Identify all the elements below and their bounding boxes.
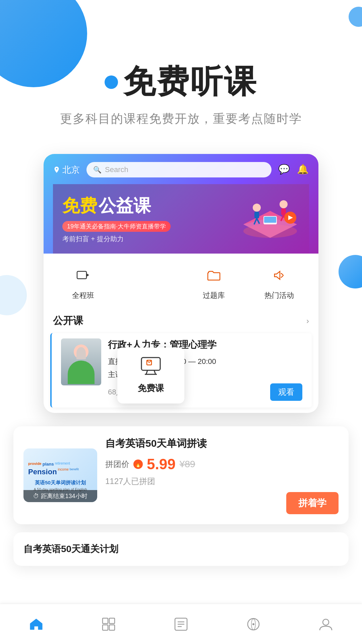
bottom-nav-questions[interactable]: [145, 616, 217, 632]
product-countdown: ⏱ 距离结束134小时: [23, 490, 97, 502]
product-title-2: 自考英语50天通关计划: [23, 543, 118, 555]
bottom-nav-courses[interactable]: [72, 616, 145, 632]
price-current: 5.99: [147, 456, 176, 473]
svg-point-7: [280, 200, 288, 208]
word-provide: provide: [28, 462, 42, 467]
product-section: provide plans retirement Pension income …: [0, 426, 362, 566]
banner-illustration: [237, 187, 304, 245]
folder-icon: [206, 268, 221, 283]
monitor-icon: [141, 357, 161, 375]
app-header-icons: 💬 🔔: [278, 164, 309, 176]
popup-label: 免费课: [138, 382, 164, 394]
profile-icon: [318, 616, 334, 632]
watch-button[interactable]: 观看: [270, 383, 302, 401]
app-card: 北京 🔍 Search 💬 🔔 免费 公益课 19年通关必备指南·大牛师资直播带…: [44, 154, 318, 413]
app-search-bar[interactable]: 🔍 Search: [86, 162, 272, 177]
bottom-nav-home[interactable]: [0, 616, 72, 632]
video-icon: [76, 268, 90, 283]
clock-icon: ⏱: [33, 493, 39, 499]
nav-label-question: 过题库: [203, 290, 225, 301]
message-icon[interactable]: 💬: [278, 164, 290, 176]
svg-rect-8: [281, 208, 286, 215]
hero-section: 免费听课 更多科目的课程免费开放，重要考点随时学: [0, 0, 362, 141]
svg-rect-27: [109, 625, 115, 630]
bottom-nav-discover[interactable]: [217, 616, 290, 632]
nav-item-questionbank[interactable]: 过题库: [181, 264, 246, 301]
svg-line-18: [146, 370, 147, 374]
product-info-1: 自考英语50天单词拼读 拼团价 🔥 5.99 ¥89 1127人已拼团 拼着学: [105, 436, 339, 514]
free-course-popup: 免费课: [117, 347, 184, 404]
bottom-navigation: [0, 604, 362, 644]
svg-rect-17: [141, 358, 160, 370]
hero-title-row: 免费听课: [0, 60, 362, 104]
product-card-1: provide plans retirement Pension income …: [13, 426, 349, 524]
bell-icon[interactable]: 🔔: [297, 164, 309, 176]
group-buy-button[interactable]: 拼着学: [286, 492, 339, 514]
svg-rect-25: [109, 618, 115, 624]
price-label: 拼团价: [105, 459, 129, 470]
grid-icon: [101, 616, 117, 632]
svg-rect-24: [103, 618, 108, 624]
app-location: 北京: [53, 164, 80, 176]
compass-icon: [245, 616, 261, 632]
list-icon: [173, 616, 189, 632]
section-more-btn[interactable]: ›: [306, 316, 309, 326]
banner-tag: 19年通关必备指南·大牛师资直播带学: [62, 221, 171, 232]
word-pension: Pension: [28, 468, 57, 476]
banner-main: 公益课: [99, 196, 151, 215]
nav-icon-activity: [267, 264, 291, 287]
word-plans: plans: [43, 462, 54, 467]
product-card-2: 自考英语50天通关计划: [13, 532, 349, 566]
price-row: 拼团价 🔥 5.99 ¥89: [105, 456, 339, 473]
bottom-nav-profile[interactable]: [290, 616, 362, 632]
hero-title: 免费听课: [123, 60, 257, 104]
section-title: 公开课: [53, 314, 83, 328]
word-income: income: [58, 468, 69, 476]
app-header-top: 北京 🔍 Search 💬 🔔: [53, 162, 309, 177]
svg-point-36: [323, 619, 329, 625]
svg-rect-15: [77, 271, 86, 279]
price-icon: 🔥: [133, 460, 143, 469]
location-text: 北京: [62, 164, 80, 176]
word-retirement: retirement: [55, 462, 70, 467]
hero-dot: [105, 75, 118, 89]
price-original: ¥89: [180, 459, 195, 470]
section-header: 公开课 ›: [44, 307, 318, 333]
app-banner: 免费 公益课 19年通关必备指南·大牛师资直播带学 考前扫盲 + 提分助力: [53, 184, 309, 254]
word-benefit: benefit: [70, 468, 79, 476]
popup-monitor-icon: [141, 357, 161, 379]
search-placeholder-text: Search: [105, 165, 128, 174]
megaphone-icon: [272, 268, 287, 283]
svg-rect-12: [264, 217, 276, 223]
search-icon: 🔍: [93, 166, 102, 174]
svg-rect-26: [103, 625, 108, 630]
group-count: 1127人已拼团: [105, 476, 339, 487]
svg-marker-16: [86, 273, 89, 277]
svg-point-3: [253, 204, 261, 212]
svg-point-33: [252, 623, 254, 625]
home-icon: [28, 616, 44, 632]
nav-icon-quancheng: [71, 264, 95, 287]
svg-line-19: [154, 370, 156, 374]
product-thumb-title: 英语50天单词拼读计划: [33, 480, 88, 486]
app-header: 北京 🔍 Search 💬 🔔 免费 公益课 19年通关必备指南·大牛师资直播带…: [44, 154, 318, 254]
product-thumbnail: provide plans retirement Pension income …: [23, 448, 97, 502]
app-card-wrapper: 北京 🔍 Search 💬 🔔 免费 公益课 19年通关必备指南·大牛师资直播带…: [0, 154, 362, 413]
banner-highlight: 免费: [62, 196, 97, 215]
location-pin-icon: [53, 166, 60, 173]
course-avatar: [61, 338, 101, 385]
hero-subtitle: 更多科目的课程免费开放，重要考点随时学: [0, 111, 362, 127]
nav-item-activity[interactable]: 热门活动: [246, 264, 312, 301]
nav-item-quanchengban[interactable]: 全程班: [50, 264, 116, 301]
product-title-1: 自考英语50天单词拼读: [105, 436, 339, 450]
app-nav-row: 全程班 🖥 免费课 过题库: [44, 254, 318, 307]
nav-label-quancheng: 全程班: [72, 290, 94, 301]
svg-rect-4: [254, 212, 259, 218]
nav-label-activity: 热门活动: [264, 290, 294, 301]
nav-section: 全程班 🖥 免费课 过题库: [44, 254, 318, 307]
nav-icon-question: [202, 264, 226, 287]
